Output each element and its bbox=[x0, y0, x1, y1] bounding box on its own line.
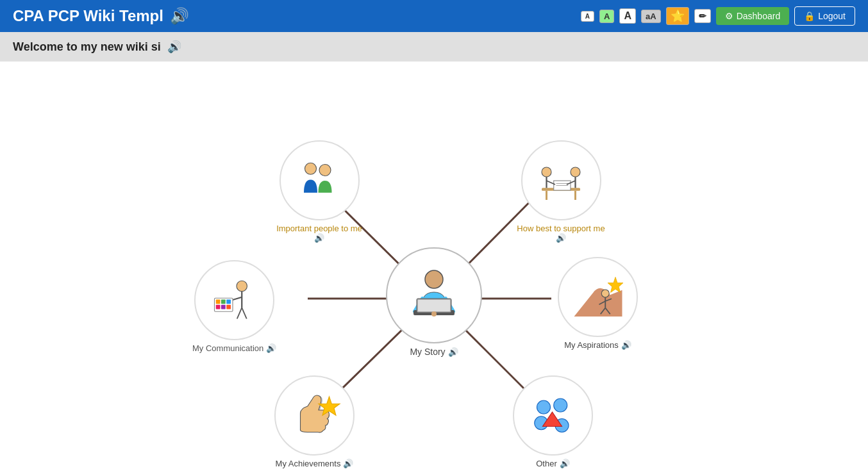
svg-point-21 bbox=[542, 167, 551, 177]
how-best-illustration bbox=[532, 152, 590, 210]
svg-rect-34 bbox=[221, 299, 226, 304]
communication-speaker[interactable]: 🔊 bbox=[266, 343, 276, 353]
title-text: CPA PCP Wiki Templ bbox=[13, 7, 163, 25]
font-medium-button[interactable]: A bbox=[599, 10, 614, 23]
center-node-label: My Story 🔊 bbox=[410, 347, 458, 357]
svg-rect-37 bbox=[221, 304, 226, 309]
svg-point-27 bbox=[237, 281, 247, 292]
my-story-illustration bbox=[396, 257, 472, 334]
svg-rect-11 bbox=[418, 300, 450, 311]
communication-illustration bbox=[206, 272, 263, 329]
aspirations-speaker[interactable]: 🔊 bbox=[621, 340, 631, 350]
node-communication-label: My Communication 🔊 bbox=[192, 343, 276, 353]
svg-point-13 bbox=[305, 163, 317, 174]
svg-rect-33 bbox=[215, 299, 220, 304]
header-controls: A A A aA ⭐ ✏ ⚙ Dashboard 🔒 Logout bbox=[581, 6, 855, 26]
important-people-speaker[interactable]: 🔊 bbox=[314, 233, 324, 243]
node-important-people[interactable]: Important people to me 🔊 bbox=[274, 140, 364, 243]
svg-line-31 bbox=[242, 308, 247, 318]
highlight-button[interactable]: ⭐ bbox=[666, 7, 689, 25]
node-important-people-label: Important people to me 🔊 bbox=[274, 224, 364, 243]
node-my-communication[interactable]: My Communication 🔊 bbox=[192, 260, 276, 353]
svg-point-14 bbox=[319, 164, 331, 176]
font-small-button[interactable]: A bbox=[581, 11, 594, 22]
logout-label: Logout bbox=[818, 11, 846, 21]
logout-icon: 🔒 bbox=[804, 11, 815, 21]
font-aa-button[interactable]: aA bbox=[641, 10, 661, 23]
node-how-best-label: How best to support me 🔊 bbox=[513, 224, 609, 243]
node-my-aspirations[interactable]: My Aspirations 🔊 bbox=[558, 257, 638, 350]
subheader-speaker-icon[interactable]: 🔊 bbox=[167, 40, 181, 54]
svg-point-40 bbox=[601, 290, 609, 297]
other-illustration bbox=[524, 387, 582, 445]
svg-marker-39 bbox=[608, 277, 623, 292]
svg-rect-36 bbox=[215, 304, 220, 309]
node-other-label: Other 🔊 bbox=[536, 459, 570, 468]
node-my-achievements[interactable]: My Achievements 🔊 bbox=[274, 375, 355, 468]
dashboard-label: Dashboard bbox=[737, 11, 781, 21]
node-aspirations-label: My Aspirations 🔊 bbox=[564, 340, 631, 350]
page-subheader: Welcome to my new wiki si 🔊 bbox=[0, 32, 868, 62]
dashboard-icon: ⚙ bbox=[725, 11, 733, 21]
node-achievements-label: My Achievements 🔊 bbox=[276, 459, 354, 468]
svg-point-47 bbox=[537, 400, 550, 414]
logout-button[interactable]: 🔒 Logout bbox=[794, 6, 855, 26]
achievements-illustration bbox=[286, 387, 344, 445]
svg-point-12 bbox=[431, 311, 437, 317]
svg-point-48 bbox=[553, 399, 567, 412]
edit-button[interactable]: ✏ bbox=[694, 9, 711, 23]
center-speaker-icon[interactable]: 🔊 bbox=[448, 347, 458, 357]
svg-point-24 bbox=[571, 167, 580, 177]
app-header: CPA PCP Wiki Templ 🔊 A A A aA ⭐ ✏ ⚙ Dash… bbox=[0, 0, 868, 32]
title-speaker-icon[interactable]: 🔊 bbox=[170, 7, 189, 25]
svg-rect-35 bbox=[226, 299, 231, 304]
node-how-best[interactable]: How best to support me 🔊 bbox=[513, 140, 609, 243]
svg-rect-38 bbox=[226, 304, 231, 309]
mindmap-container: My Story 🔊 Important people to me 🔊 bbox=[0, 62, 868, 469]
center-node-my-story[interactable]: My Story 🔊 bbox=[386, 247, 482, 357]
subheader-title: Welcome to my new wiki si bbox=[13, 40, 161, 54]
dashboard-button[interactable]: ⚙ Dashboard bbox=[716, 7, 790, 25]
important-people-illustration bbox=[290, 152, 348, 210]
font-large-button[interactable]: A bbox=[619, 8, 636, 24]
how-best-speaker[interactable]: 🔊 bbox=[556, 233, 566, 243]
node-other[interactable]: Other 🔊 bbox=[513, 375, 593, 468]
svg-point-6 bbox=[425, 270, 443, 288]
aspirations-illustration bbox=[569, 268, 627, 326]
app-title: CPA PCP Wiki Templ 🔊 bbox=[13, 7, 189, 25]
achievements-speaker[interactable]: 🔊 bbox=[343, 459, 353, 468]
svg-line-30 bbox=[237, 308, 242, 318]
other-speaker[interactable]: 🔊 bbox=[560, 459, 570, 468]
